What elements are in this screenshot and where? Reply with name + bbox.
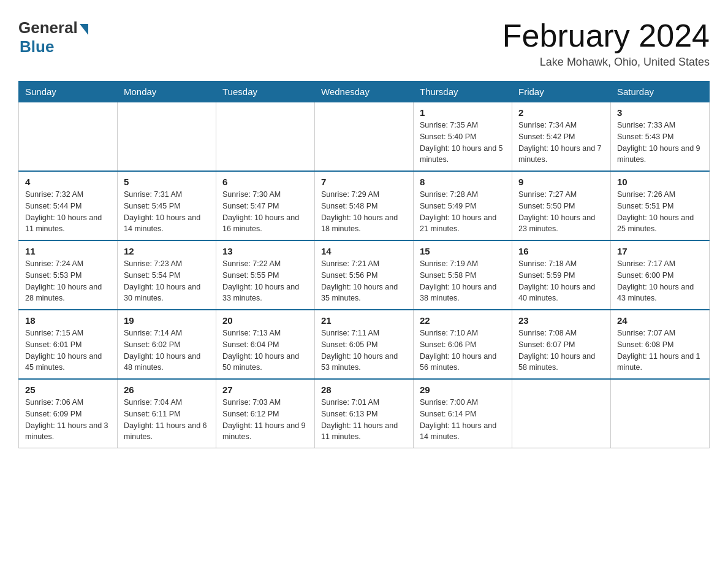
calendar-day-cell (512, 379, 611, 448)
calendar-day-cell (315, 102, 414, 172)
day-number: 15 (420, 246, 506, 256)
calendar-day-cell: 27Sunrise: 7:03 AMSunset: 6:12 PMDayligh… (216, 379, 315, 448)
day-info: Sunrise: 7:33 AMSunset: 5:43 PMDaylight:… (617, 120, 703, 166)
calendar-day-cell: 23Sunrise: 7:08 AMSunset: 6:07 PMDayligh… (512, 310, 611, 379)
day-info: Sunrise: 7:24 AMSunset: 5:53 PMDaylight:… (25, 258, 111, 304)
day-number: 10 (617, 177, 703, 187)
day-number: 13 (222, 246, 308, 256)
day-info: Sunrise: 7:19 AMSunset: 5:58 PMDaylight:… (420, 258, 506, 304)
day-info: Sunrise: 7:03 AMSunset: 6:12 PMDaylight:… (222, 397, 308, 443)
day-info: Sunrise: 7:23 AMSunset: 5:54 PMDaylight:… (124, 258, 210, 304)
calendar-week-row: 4Sunrise: 7:32 AMSunset: 5:44 PMDaylight… (19, 171, 710, 240)
day-info: Sunrise: 7:28 AMSunset: 5:49 PMDaylight:… (420, 189, 506, 235)
calendar-day-cell: 17Sunrise: 7:17 AMSunset: 6:00 PMDayligh… (611, 240, 710, 310)
day-info: Sunrise: 7:08 AMSunset: 6:07 PMDaylight:… (518, 327, 604, 373)
calendar-day-cell: 12Sunrise: 7:23 AMSunset: 5:54 PMDayligh… (118, 240, 216, 310)
day-number: 2 (518, 107, 604, 118)
logo-text-blue: Blue (20, 37, 54, 56)
day-info: Sunrise: 7:14 AMSunset: 6:02 PMDaylight:… (124, 327, 210, 373)
day-number: 19 (124, 315, 210, 326)
day-info: Sunrise: 7:32 AMSunset: 5:44 PMDaylight:… (25, 189, 111, 235)
day-number: 4 (25, 177, 111, 187)
calendar-day-cell: 19Sunrise: 7:14 AMSunset: 6:02 PMDayligh… (118, 310, 216, 379)
day-info: Sunrise: 7:17 AMSunset: 6:00 PMDaylight:… (617, 258, 703, 304)
calendar-day-cell: 11Sunrise: 7:24 AMSunset: 5:53 PMDayligh… (19, 240, 118, 310)
day-number: 11 (25, 246, 111, 256)
day-info: Sunrise: 7:11 AMSunset: 6:05 PMDaylight:… (321, 327, 407, 373)
calendar-day-cell: 26Sunrise: 7:04 AMSunset: 6:11 PMDayligh… (118, 379, 216, 448)
calendar-day-cell: 14Sunrise: 7:21 AMSunset: 5:56 PMDayligh… (315, 240, 414, 310)
day-number: 25 (25, 385, 111, 395)
calendar-table: SundayMondayTuesdayWednesdayThursdayFrid… (18, 81, 710, 448)
day-number: 29 (420, 385, 506, 395)
calendar-day-cell: 29Sunrise: 7:00 AMSunset: 6:14 PMDayligh… (414, 379, 512, 448)
calendar-day-cell: 28Sunrise: 7:01 AMSunset: 6:13 PMDayligh… (315, 379, 414, 448)
calendar-day-cell: 22Sunrise: 7:10 AMSunset: 6:06 PMDayligh… (414, 310, 512, 379)
calendar-day-cell: 6Sunrise: 7:30 AMSunset: 5:47 PMDaylight… (216, 171, 315, 240)
day-number: 3 (617, 107, 703, 118)
day-number: 22 (420, 315, 506, 326)
calendar-week-row: 25Sunrise: 7:06 AMSunset: 6:09 PMDayligh… (19, 379, 710, 448)
day-info: Sunrise: 7:06 AMSunset: 6:09 PMDaylight:… (25, 397, 111, 443)
day-number: 17 (617, 246, 703, 256)
calendar-week-row: 11Sunrise: 7:24 AMSunset: 5:53 PMDayligh… (19, 240, 710, 310)
calendar-day-cell: 4Sunrise: 7:32 AMSunset: 5:44 PMDaylight… (19, 171, 118, 240)
day-number: 27 (222, 385, 308, 395)
calendar-day-cell (19, 102, 118, 172)
title-area: February 2024 Lake Mohawk, Ohio, United … (502, 18, 710, 69)
day-number: 26 (124, 385, 210, 395)
calendar-day-cell: 7Sunrise: 7:29 AMSunset: 5:48 PMDaylight… (315, 171, 414, 240)
calendar-header-saturday: Saturday (611, 82, 710, 102)
calendar-header-thursday: Thursday (414, 82, 512, 102)
day-info: Sunrise: 7:30 AMSunset: 5:47 PMDaylight:… (222, 189, 308, 235)
day-info: Sunrise: 7:29 AMSunset: 5:48 PMDaylight:… (321, 189, 407, 235)
day-number: 16 (518, 246, 604, 256)
calendar-day-cell: 10Sunrise: 7:26 AMSunset: 5:51 PMDayligh… (611, 171, 710, 240)
calendar-day-cell: 8Sunrise: 7:28 AMSunset: 5:49 PMDaylight… (414, 171, 512, 240)
calendar-day-cell: 20Sunrise: 7:13 AMSunset: 6:04 PMDayligh… (216, 310, 315, 379)
calendar-week-row: 1Sunrise: 7:35 AMSunset: 5:40 PMDaylight… (19, 102, 710, 172)
calendar-day-cell: 24Sunrise: 7:07 AMSunset: 6:08 PMDayligh… (611, 310, 710, 379)
calendar-day-cell: 5Sunrise: 7:31 AMSunset: 5:45 PMDaylight… (118, 171, 216, 240)
calendar-header-row: SundayMondayTuesdayWednesdayThursdayFrid… (19, 82, 710, 102)
day-info: Sunrise: 7:35 AMSunset: 5:40 PMDaylight:… (420, 120, 506, 166)
day-number: 9 (518, 177, 604, 187)
day-info: Sunrise: 7:21 AMSunset: 5:56 PMDaylight:… (321, 258, 407, 304)
day-number: 24 (617, 315, 703, 326)
day-info: Sunrise: 7:27 AMSunset: 5:50 PMDaylight:… (518, 189, 604, 235)
calendar-week-row: 18Sunrise: 7:15 AMSunset: 6:01 PMDayligh… (19, 310, 710, 379)
month-title: February 2024 (502, 18, 710, 53)
day-info: Sunrise: 7:10 AMSunset: 6:06 PMDaylight:… (420, 327, 506, 373)
day-info: Sunrise: 7:15 AMSunset: 6:01 PMDaylight:… (25, 327, 111, 373)
day-number: 7 (321, 177, 407, 187)
calendar-day-cell: 13Sunrise: 7:22 AMSunset: 5:55 PMDayligh… (216, 240, 315, 310)
calendar-header-tuesday: Tuesday (216, 82, 315, 102)
logo-arrow-icon (80, 24, 88, 35)
day-number: 1 (420, 107, 506, 118)
day-number: 14 (321, 246, 407, 256)
day-info: Sunrise: 7:04 AMSunset: 6:11 PMDaylight:… (124, 397, 210, 443)
calendar-day-cell (118, 102, 216, 172)
logo: General Blue (18, 18, 88, 56)
day-info: Sunrise: 7:18 AMSunset: 5:59 PMDaylight:… (518, 258, 604, 304)
day-info: Sunrise: 7:34 AMSunset: 5:42 PMDaylight:… (518, 120, 604, 166)
day-number: 23 (518, 315, 604, 326)
calendar-day-cell: 18Sunrise: 7:15 AMSunset: 6:01 PMDayligh… (19, 310, 118, 379)
day-number: 5 (124, 177, 210, 187)
logo-text-general: General (18, 18, 78, 37)
day-number: 18 (25, 315, 111, 326)
calendar-day-cell: 1Sunrise: 7:35 AMSunset: 5:40 PMDaylight… (414, 102, 512, 172)
calendar-day-cell: 3Sunrise: 7:33 AMSunset: 5:43 PMDaylight… (611, 102, 710, 172)
calendar-header-sunday: Sunday (19, 82, 118, 102)
day-number: 12 (124, 246, 210, 256)
calendar-header-wednesday: Wednesday (315, 82, 414, 102)
day-info: Sunrise: 7:22 AMSunset: 5:55 PMDaylight:… (222, 258, 308, 304)
page-header: General Blue February 2024 Lake Mohawk, … (18, 18, 710, 69)
calendar-day-cell: 9Sunrise: 7:27 AMSunset: 5:50 PMDaylight… (512, 171, 611, 240)
calendar-day-cell: 16Sunrise: 7:18 AMSunset: 5:59 PMDayligh… (512, 240, 611, 310)
day-number: 21 (321, 315, 407, 326)
calendar-header-monday: Monday (118, 82, 216, 102)
calendar-day-cell: 2Sunrise: 7:34 AMSunset: 5:42 PMDaylight… (512, 102, 611, 172)
calendar-day-cell: 15Sunrise: 7:19 AMSunset: 5:58 PMDayligh… (414, 240, 512, 310)
calendar-header-friday: Friday (512, 82, 611, 102)
